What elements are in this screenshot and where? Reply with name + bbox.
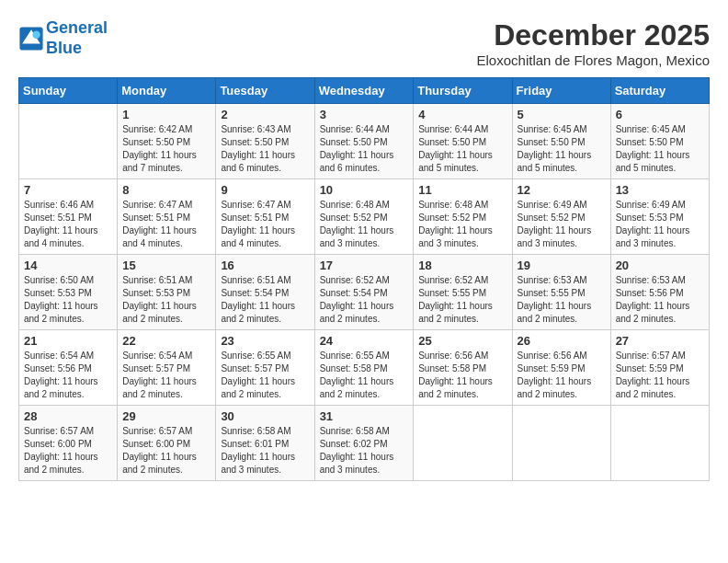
calendar-cell [414, 406, 512, 481]
day-info: Sunrise: 6:55 AM Sunset: 5:57 PM Dayligh… [221, 350, 309, 401]
day-info: Sunrise: 6:46 AM Sunset: 5:51 PM Dayligh… [24, 199, 112, 250]
day-number: 26 [518, 334, 606, 348]
day-info: Sunrise: 6:42 AM Sunset: 5:50 PM Dayligh… [122, 123, 210, 175]
day-number: 13 [616, 183, 704, 197]
calendar-cell: 11Sunrise: 6:48 AM Sunset: 5:52 PM Dayli… [414, 179, 512, 255]
day-info: Sunrise: 6:53 AM Sunset: 5:56 PM Dayligh… [616, 274, 704, 326]
calendar-cell [19, 104, 118, 179]
day-number: 20 [616, 259, 704, 272]
day-number: 6 [616, 108, 704, 121]
title-block: December 2025 Eloxochitlan de Flores Mag… [477, 18, 710, 68]
day-number: 28 [24, 409, 112, 423]
header-wednesday: Wednesday [314, 78, 414, 104]
month-title: December 2025 [477, 18, 710, 52]
calendar-cell: 20Sunrise: 6:53 AM Sunset: 5:56 PM Dayli… [610, 255, 709, 330]
logo-text: General Blue [46, 18, 108, 58]
day-info: Sunrise: 6:47 AM Sunset: 5:51 PM Dayligh… [221, 199, 309, 250]
day-number: 16 [221, 259, 309, 272]
day-info: Sunrise: 6:54 AM Sunset: 5:56 PM Dayligh… [24, 350, 112, 401]
day-number: 23 [221, 334, 309, 348]
day-info: Sunrise: 6:47 AM Sunset: 5:51 PM Dayligh… [122, 199, 210, 250]
day-number: 22 [122, 334, 210, 348]
calendar-cell: 21Sunrise: 6:54 AM Sunset: 5:56 PM Dayli… [19, 330, 118, 406]
calendar-cell: 6Sunrise: 6:45 AM Sunset: 5:50 PM Daylig… [610, 104, 709, 179]
calendar-cell [610, 406, 709, 481]
day-number: 8 [122, 183, 210, 197]
calendar-week-2: 14Sunrise: 6:50 AM Sunset: 5:53 PM Dayli… [19, 255, 710, 330]
calendar-cell: 3Sunrise: 6:44 AM Sunset: 5:50 PM Daylig… [314, 104, 414, 179]
logo-line2: Blue [46, 39, 82, 57]
calendar-cell: 9Sunrise: 6:47 AM Sunset: 5:51 PM Daylig… [216, 179, 314, 255]
day-number: 10 [320, 183, 409, 197]
calendar-week-1: 7Sunrise: 6:46 AM Sunset: 5:51 PM Daylig… [19, 179, 710, 255]
day-number: 7 [24, 183, 112, 197]
calendar-cell: 7Sunrise: 6:46 AM Sunset: 5:51 PM Daylig… [19, 179, 118, 255]
calendar-week-4: 28Sunrise: 6:57 AM Sunset: 6:00 PM Dayli… [19, 406, 710, 481]
day-info: Sunrise: 6:57 AM Sunset: 5:59 PM Dayligh… [616, 350, 704, 401]
calendar-table: SundayMondayTuesdayWednesdayThursdayFrid… [18, 77, 710, 481]
header-monday: Monday [118, 78, 216, 104]
calendar-cell: 12Sunrise: 6:49 AM Sunset: 5:52 PM Dayli… [512, 179, 610, 255]
header-friday: Friday [512, 78, 610, 104]
day-number: 19 [518, 259, 606, 272]
logo-icon [18, 26, 44, 52]
day-info: Sunrise: 6:44 AM Sunset: 5:50 PM Dayligh… [320, 123, 409, 175]
day-number: 3 [320, 108, 409, 121]
calendar-cell: 30Sunrise: 6:58 AM Sunset: 6:01 PM Dayli… [216, 406, 314, 481]
calendar-cell: 4Sunrise: 6:44 AM Sunset: 5:50 PM Daylig… [414, 104, 512, 179]
logo-line1: General [46, 18, 108, 37]
page-header: General Blue December 2025 Eloxochitlan … [18, 18, 710, 68]
calendar-cell: 5Sunrise: 6:45 AM Sunset: 5:50 PM Daylig… [512, 104, 610, 179]
day-info: Sunrise: 6:49 AM Sunset: 5:52 PM Dayligh… [518, 199, 606, 250]
day-info: Sunrise: 6:58 AM Sunset: 6:01 PM Dayligh… [221, 425, 309, 477]
calendar-cell: 31Sunrise: 6:58 AM Sunset: 6:02 PM Dayli… [314, 406, 414, 481]
day-number: 5 [518, 108, 606, 121]
calendar-cell: 13Sunrise: 6:49 AM Sunset: 5:53 PM Dayli… [610, 179, 709, 255]
calendar-cell: 28Sunrise: 6:57 AM Sunset: 6:00 PM Dayli… [19, 406, 118, 481]
day-number: 9 [221, 183, 309, 197]
header-tuesday: Tuesday [216, 78, 314, 104]
day-number: 12 [518, 183, 606, 197]
day-info: Sunrise: 6:56 AM Sunset: 5:58 PM Dayligh… [418, 350, 506, 401]
day-info: Sunrise: 6:58 AM Sunset: 6:02 PM Dayligh… [320, 425, 409, 477]
day-info: Sunrise: 6:55 AM Sunset: 5:58 PM Dayligh… [320, 350, 409, 401]
calendar-cell: 27Sunrise: 6:57 AM Sunset: 5:59 PM Dayli… [610, 330, 709, 406]
day-info: Sunrise: 6:45 AM Sunset: 5:50 PM Dayligh… [518, 123, 606, 175]
day-number: 29 [122, 409, 210, 423]
calendar-week-3: 21Sunrise: 6:54 AM Sunset: 5:56 PM Dayli… [19, 330, 710, 406]
calendar-cell: 1Sunrise: 6:42 AM Sunset: 5:50 PM Daylig… [118, 104, 216, 179]
day-info: Sunrise: 6:51 AM Sunset: 5:53 PM Dayligh… [122, 274, 210, 326]
calendar-header-row: SundayMondayTuesdayWednesdayThursdayFrid… [19, 78, 710, 104]
calendar-cell: 25Sunrise: 6:56 AM Sunset: 5:58 PM Dayli… [414, 330, 512, 406]
day-info: Sunrise: 6:52 AM Sunset: 5:55 PM Dayligh… [418, 274, 506, 326]
day-info: Sunrise: 6:49 AM Sunset: 5:53 PM Dayligh… [616, 199, 704, 250]
calendar-cell: 14Sunrise: 6:50 AM Sunset: 5:53 PM Dayli… [19, 255, 118, 330]
calendar-cell: 8Sunrise: 6:47 AM Sunset: 5:51 PM Daylig… [118, 179, 216, 255]
day-number: 17 [320, 259, 409, 272]
calendar-cell: 2Sunrise: 6:43 AM Sunset: 5:50 PM Daylig… [216, 104, 314, 179]
day-info: Sunrise: 6:45 AM Sunset: 5:50 PM Dayligh… [616, 123, 704, 175]
day-number: 2 [221, 108, 309, 121]
header-saturday: Saturday [610, 78, 709, 104]
day-info: Sunrise: 6:50 AM Sunset: 5:53 PM Dayligh… [24, 274, 112, 326]
header-sunday: Sunday [19, 78, 118, 104]
calendar-cell: 22Sunrise: 6:54 AM Sunset: 5:57 PM Dayli… [118, 330, 216, 406]
day-number: 24 [320, 334, 409, 348]
day-info: Sunrise: 6:48 AM Sunset: 5:52 PM Dayligh… [418, 199, 506, 250]
logo: General Blue [18, 18, 108, 58]
day-info: Sunrise: 6:52 AM Sunset: 5:54 PM Dayligh… [320, 274, 409, 326]
day-info: Sunrise: 6:57 AM Sunset: 6:00 PM Dayligh… [122, 425, 210, 477]
day-number: 25 [418, 334, 506, 348]
day-number: 4 [418, 108, 506, 121]
day-number: 21 [24, 334, 112, 348]
day-info: Sunrise: 6:57 AM Sunset: 6:00 PM Dayligh… [24, 425, 112, 477]
location-title: Eloxochitlan de Flores Magon, Mexico [477, 52, 710, 68]
calendar-cell: 29Sunrise: 6:57 AM Sunset: 6:00 PM Dayli… [118, 406, 216, 481]
day-info: Sunrise: 6:56 AM Sunset: 5:59 PM Dayligh… [518, 350, 606, 401]
day-number: 18 [418, 259, 506, 272]
day-number: 31 [320, 409, 409, 423]
calendar-cell: 19Sunrise: 6:53 AM Sunset: 5:55 PM Dayli… [512, 255, 610, 330]
calendar-cell: 15Sunrise: 6:51 AM Sunset: 5:53 PM Dayli… [118, 255, 216, 330]
calendar-cell: 23Sunrise: 6:55 AM Sunset: 5:57 PM Dayli… [216, 330, 314, 406]
day-number: 15 [122, 259, 210, 272]
